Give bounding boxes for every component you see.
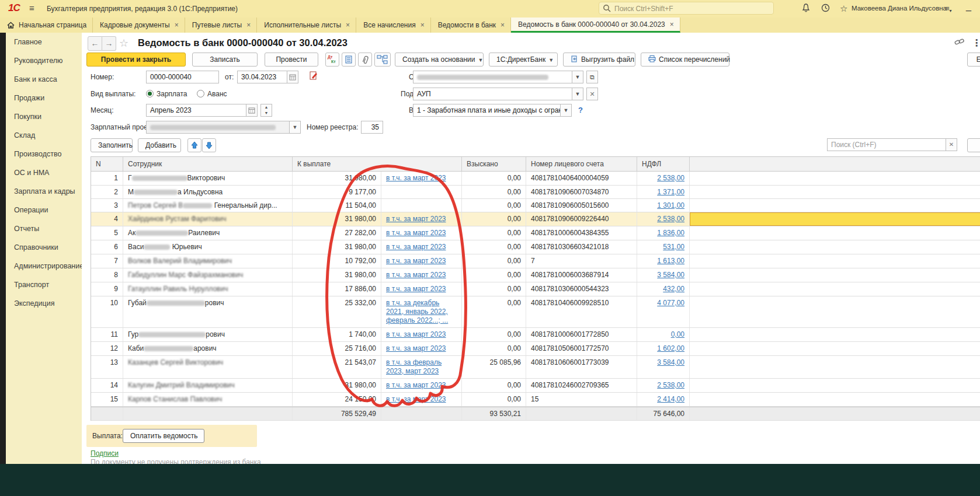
breakdown-link[interactable]: в т.ч. за март 2023 <box>386 174 446 182</box>
ndfl-link[interactable]: 3 584,00 <box>657 271 684 279</box>
export-file-button[interactable]: Выгрузить файл <box>563 53 635 67</box>
table-row[interactable]: 12Кабиарович25 716,00в т.ч. за март 2023… <box>91 342 980 356</box>
month-input[interactable]: Апрель 2023 <box>146 104 246 117</box>
breakdown-link[interactable]: в т.ч. за март 2023 <box>386 344 446 352</box>
income-type-input[interactable]: 1 - Заработная плата и иные доходы с огр… <box>413 104 561 117</box>
table-row[interactable]: 6Васи Юрьевич31 980,00в т.ч. за март 202… <box>91 240 980 254</box>
table-row[interactable]: 2Ма Ильдусовна9 177,000,0040817810906007… <box>91 186 980 199</box>
signatures-link[interactable]: Подписи <box>91 449 119 457</box>
fill-button[interactable]: Заполнить <box>91 138 133 152</box>
table-row[interactable]: 8Габидуллин Марс Файзрахманович31 980,00… <box>91 268 980 282</box>
table-row[interactable]: 1ГВикторович31 980,00в т.ч. за март 2023… <box>91 172 980 186</box>
tab-close-icon[interactable]: × <box>346 21 350 29</box>
service-menu-icon[interactable]: ≡▾ <box>945 4 957 16</box>
move-down-icon[interactable] <box>202 138 216 152</box>
breakdown-link[interactable]: в т.ч. за март 2023 <box>386 330 446 338</box>
table-row[interactable]: 9Гатауллин Равиль Нуруллович17 886,00в т… <box>91 282 980 296</box>
date-input[interactable]: 30.04.2023 <box>237 71 287 83</box>
calendar-icon[interactable] <box>246 104 258 117</box>
sidebar-item[interactable]: Отчеты <box>6 219 82 238</box>
global-search-input[interactable]: Поиск Ctrl+Shift+F <box>599 2 774 15</box>
registry-number-input[interactable]: 35 <box>361 121 383 134</box>
tab[interactable]: Исполнительные листы× <box>257 18 356 33</box>
bell-icon[interactable] <box>801 3 813 15</box>
ndfl-link[interactable]: 1 301,00 <box>657 201 684 209</box>
pay-statement-button[interactable]: Оплатить ведомость <box>123 429 204 443</box>
tab-close-icon[interactable]: × <box>421 21 425 29</box>
sidebar-item[interactable]: Зарплата и кадры <box>6 182 82 201</box>
calendar-icon[interactable] <box>287 71 298 83</box>
breakdown-link[interactable]: в т.ч. за март 2023 <box>386 229 446 237</box>
ndfl-link[interactable]: 2 538,00 <box>657 174 684 182</box>
tab[interactable]: Путевые листы× <box>185 18 258 33</box>
dtkt-icon[interactable]: ДтКт <box>325 53 339 67</box>
minimize-icon[interactable]: _ <box>966 1 978 13</box>
ndfl-link[interactable]: 1 602,00 <box>657 344 684 352</box>
col-collected[interactable]: Взыскано <box>462 157 526 171</box>
col-to-pay[interactable]: К выплате <box>293 157 462 171</box>
organization-input[interactable] <box>413 71 572 83</box>
forward-button[interactable]: → <box>102 36 116 51</box>
project-dropdown-button[interactable]: ▼ <box>289 121 301 134</box>
tab-close-icon[interactable]: × <box>246 21 251 29</box>
table-row[interactable]: 5АкРаилевич27 282,00в т.ч. за март 20230… <box>91 226 980 240</box>
post-and-close-button[interactable]: Провести и закрыть <box>86 53 186 67</box>
ndfl-link[interactable]: 1 836,00 <box>657 229 684 237</box>
transfer-list-button[interactable]: Список перечислений <box>641 53 729 67</box>
department-input[interactable]: АУП <box>413 88 572 100</box>
sidebar-item[interactable]: Склад <box>6 126 82 145</box>
favorite-star-icon[interactable]: ☆ <box>119 37 128 50</box>
link-icon[interactable] <box>954 37 965 49</box>
col-employee[interactable]: Сотрудник <box>123 157 293 171</box>
sidebar-item[interactable]: Продажи <box>6 89 82 107</box>
add-button[interactable]: Добавить <box>138 138 181 152</box>
save-button[interactable]: Записать <box>192 53 258 67</box>
col-ndfl[interactable]: НДФЛ <box>637 157 690 171</box>
income-dropdown-button[interactable]: ▼ <box>560 104 572 117</box>
ndfl-link[interactable]: 1 613,00 <box>657 257 684 265</box>
sidebar-item[interactable]: Производство <box>6 145 82 163</box>
breakdown-link[interactable]: в т.ч. за март 2023 <box>386 381 446 389</box>
post-button[interactable]: Провести <box>265 53 318 67</box>
breakdown-link[interactable]: в т.ч. за март 2023 <box>386 215 446 223</box>
breakdown-link[interactable]: в т.ч. за март 2023 <box>386 257 446 265</box>
register-icon[interactable] <box>342 53 356 67</box>
sidebar-item[interactable]: ОС и НМА <box>6 163 82 182</box>
main-menu-icon[interactable]: ≡ <box>29 3 34 13</box>
table-more-button[interactable]: Еще <box>967 138 980 152</box>
sidebar-item[interactable]: Транспорт <box>6 275 82 294</box>
table-row[interactable]: 7Волков Валерий Владимирович10 792,00в т… <box>91 254 980 268</box>
salary-project-input[interactable] <box>146 121 290 134</box>
breakdown-link[interactable]: в т.ч. за март 2023 <box>386 395 446 403</box>
ndfl-link[interactable]: 2 538,00 <box>657 381 684 389</box>
ndfl-link[interactable]: 432,00 <box>663 285 684 293</box>
back-button[interactable]: ← <box>88 36 102 51</box>
table-row[interactable]: 3Петров Сергей В Генеральный дир...11 50… <box>91 199 980 212</box>
breakdown-link[interactable]: в т.ч. за март 2023 <box>386 271 446 279</box>
table-row[interactable]: 13Казанцев Сергей Викторович21 543,07в т… <box>91 356 980 379</box>
help-icon[interactable]: ? <box>578 106 583 114</box>
move-up-icon[interactable] <box>187 138 201 152</box>
tab[interactable]: Ведомости в банк× <box>431 18 511 33</box>
breakdown-link[interactable]: в т.ч. за декабрь 2021, январь 2022, фев… <box>386 299 448 324</box>
table-row[interactable]: 15Карпов Станислав Павлович24 150,00в т.… <box>91 393 980 407</box>
breakdown-link[interactable]: в т.ч. за март 2023 <box>386 243 446 251</box>
more-button[interactable]: Еще▼ <box>967 53 980 67</box>
col-n[interactable]: N <box>91 157 123 171</box>
breakdown-link[interactable]: в т.ч. за февраль 2023, март 2023 <box>386 358 442 375</box>
user-name[interactable]: Маковеева Диана Ильдусовна <box>852 5 947 12</box>
sidebar-item[interactable]: Банк и касса <box>6 70 82 89</box>
ndfl-link[interactable]: 1 371,00 <box>657 188 684 196</box>
radio-salary[interactable]: Зарплата <box>146 90 187 98</box>
sidebar-item[interactable]: Руководителю <box>6 51 82 70</box>
more-icon[interactable]: ⋮ <box>972 37 980 48</box>
table-row[interactable]: 4Хайрдинов Рустам Фаритович31 980,00в т.… <box>91 212 980 226</box>
table-row[interactable]: 14Калугин Дмитрий Владимирович31 980,00в… <box>91 379 980 393</box>
breakdown-link[interactable]: в т.ч. за март 2023 <box>386 285 446 293</box>
ndfl-link[interactable]: 531,00 <box>663 243 684 251</box>
1c-logo-icon[interactable]: 1С <box>8 2 20 14</box>
tab[interactable]: Ведомость в банк 0000-000040 от 30.04.20… <box>511 18 680 33</box>
sidebar-item[interactable]: Администрирование <box>6 257 82 275</box>
history-icon[interactable] <box>821 3 832 15</box>
tab-close-icon[interactable]: × <box>501 21 505 29</box>
